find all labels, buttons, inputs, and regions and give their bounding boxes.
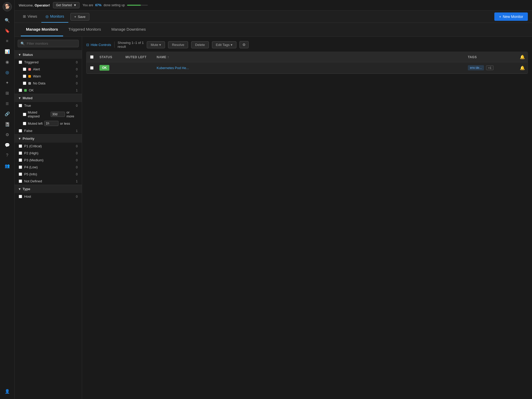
select-all-checkbox[interactable] [90, 55, 94, 59]
filter-item-not-defined[interactable]: Not Defined 1 [15, 178, 82, 185]
filter-item-p4[interactable]: P4 (Low) 0 [15, 164, 82, 171]
filter-item-p3[interactable]: P3 (Medium) 0 [15, 157, 82, 164]
row-tags-cell: env:de... +1 [465, 65, 517, 70]
tab-monitors[interactable]: ◎ Monitors [41, 11, 68, 23]
filter-search-container: 🔍 [18, 40, 79, 47]
tab-manage-downtimes[interactable]: Manage Downtimes [106, 23, 151, 36]
header-bell: 🔔 [517, 55, 528, 59]
sidebar-item-profile[interactable]: 👤 [3, 387, 12, 396]
table-area: ⊡ Hide Controls Showing 1–1 of 1 result … [82, 37, 532, 399]
filter-panel: 🔍 ▾ Status Triggered 0 Alert 0 [15, 37, 82, 399]
filter-checkbox-p2[interactable] [19, 151, 22, 155]
save-button[interactable]: + Save [70, 13, 89, 21]
filter-section-muted[interactable]: ▾ Muted [15, 94, 82, 102]
filter-item-p2[interactable]: P2 (High) 0 [15, 150, 82, 157]
filter-checkbox-p4[interactable] [19, 165, 22, 169]
filter-item-muted-false[interactable]: False 1 [15, 127, 82, 134]
edit-tags-button[interactable]: Edit Tags ▾ [212, 41, 236, 48]
filter-checkbox-not-defined[interactable] [19, 179, 22, 183]
filter-checkbox-p3[interactable] [19, 158, 22, 162]
filter-item-muted-true[interactable]: True 0 [15, 102, 82, 109]
sidebar-item-help[interactable]: ? [3, 151, 12, 160]
sub-tabs: Manage Monitors Triggered Monitors Manag… [15, 23, 532, 37]
filter-section-status[interactable]: ▾ Status [15, 50, 82, 59]
filter-muted-left-row: Muted left or less [15, 119, 82, 127]
showing-text: Showing 1–1 of 1 result [118, 41, 144, 49]
chevron-down-icon: ▾ [19, 137, 21, 141]
filter-item-p1[interactable]: P1 (Critical) 0 [15, 143, 82, 150]
sidebar-item-tasks[interactable]: ≣ [3, 99, 12, 108]
alert-status-dot [28, 68, 31, 71]
sidebar-item-chart[interactable]: 📊 [3, 47, 12, 56]
new-monitor-button[interactable]: + New Monitor [494, 12, 528, 21]
welcome-text: Welcome, Operator! [19, 3, 50, 7]
sidebar-item-bookmarks[interactable]: 🔖 [3, 26, 12, 35]
sidebar-item-list[interactable]: ≡ [3, 36, 12, 46]
filter-item-ok[interactable]: OK 1 [15, 87, 82, 94]
plus-icon: + [74, 15, 76, 19]
filter-checkbox-muted-true[interactable] [19, 104, 22, 107]
hide-controls-button[interactable]: ⊡ Hide Controls [86, 43, 111, 47]
resolve-button[interactable]: Resolve [168, 41, 188, 48]
filter-section-priority[interactable]: ▾ Priority [15, 134, 82, 143]
filter-checkbox-p1[interactable] [19, 144, 22, 148]
ok-status-dot [24, 89, 27, 92]
new-monitor-plus-icon: + [499, 15, 501, 19]
sidebar-item-links[interactable]: 🔗 [3, 109, 12, 118]
filter-search-input[interactable] [27, 42, 76, 45]
tag-plus-badge[interactable]: +1 [486, 65, 494, 70]
sidebar-item-chat[interactable]: 💬 [3, 140, 12, 150]
filter-checkbox-alert[interactable] [23, 68, 26, 71]
filter-checkbox-muted-left[interactable] [23, 122, 26, 125]
chevron-down-icon: ▾ [19, 187, 21, 191]
filter-item-nodata[interactable]: No Data 0 [15, 80, 82, 87]
filter-item-host[interactable]: Host 0 [15, 193, 82, 200]
status-ok-badge: OK [99, 65, 109, 71]
delete-button[interactable]: Delete [191, 41, 209, 48]
filter-item-alert[interactable]: Alert 0 [15, 66, 82, 73]
table-row[interactable]: OK Kubernetes Pod He... env:de... +1 🔔 [87, 62, 528, 74]
app-logo[interactable]: 🐕 [3, 2, 12, 11]
table-header: STATUS MUTED LEFT NAME ↑ TAGS 🔔 [87, 52, 528, 62]
filter-section-type[interactable]: ▾ Type [15, 185, 82, 193]
main-content: Welcome, Operator! Get Started ▼ You are… [15, 0, 532, 399]
header-muted-left: MUTED LEFT [123, 55, 154, 59]
muted-left-input[interactable] [44, 121, 58, 126]
filter-checkbox-nodata[interactable] [23, 82, 26, 85]
tab-manage-monitors[interactable]: Manage Monitors [21, 23, 63, 36]
sidebar-item-search[interactable]: 🔍 [3, 16, 12, 25]
views-icon: ⊞ [23, 14, 26, 18]
filter-checkbox-ok[interactable] [19, 89, 22, 92]
filter-checkbox-warn[interactable] [23, 75, 26, 78]
sidebar-item-notebook[interactable]: 📓 [3, 119, 12, 129]
sidebar-item-check[interactable]: ◉ [3, 57, 12, 66]
header-name[interactable]: NAME ↑ [154, 55, 465, 59]
controls-divider [114, 42, 115, 48]
table-settings-button[interactable]: ⚙ [240, 41, 249, 48]
filter-checkbox-p5[interactable] [19, 172, 22, 176]
filter-checkbox-triggered[interactable] [19, 61, 22, 64]
topbar: Welcome, Operator! Get Started ▼ You are… [15, 0, 532, 11]
sidebar-item-gear[interactable]: ⚙ [3, 130, 12, 139]
mute-button[interactable]: Mute ▾ [147, 41, 165, 48]
filter-item-p5[interactable]: P5 (Info) 0 [15, 171, 82, 178]
row-name-cell[interactable]: Kubernetes Pod He... [154, 66, 465, 70]
filter-checkbox-host[interactable] [19, 195, 22, 198]
sidebar-item-deploy[interactable]: ✦ [3, 78, 12, 87]
sidebar-item-monitors[interactable]: ◎ [3, 68, 12, 77]
tag-badge-env[interactable]: env:de... [468, 65, 484, 70]
get-started-button[interactable]: Get Started ▼ [53, 2, 79, 8]
bell-icon-row[interactable]: 🔔 [520, 65, 525, 70]
filter-item-triggered[interactable]: Triggered 0 [15, 59, 82, 66]
table-controls: ⊡ Hide Controls Showing 1–1 of 1 result … [86, 41, 528, 49]
row-checkbox[interactable] [90, 66, 94, 70]
muted-elapsed-input[interactable] [51, 112, 65, 117]
filter-checkbox-muted-elapsed[interactable] [23, 113, 26, 116]
filter-checkbox-muted-false[interactable] [19, 129, 22, 132]
search-icon: 🔍 [21, 42, 25, 45]
tab-triggered-monitors[interactable]: Triggered Monitors [63, 23, 106, 36]
filter-item-warn[interactable]: Warn 0 [15, 73, 82, 80]
sidebar-item-users[interactable]: 👥 [3, 161, 12, 170]
sidebar-item-puzzle[interactable]: ⊞ [3, 88, 12, 98]
tab-views[interactable]: ⊞ Views [19, 11, 41, 23]
